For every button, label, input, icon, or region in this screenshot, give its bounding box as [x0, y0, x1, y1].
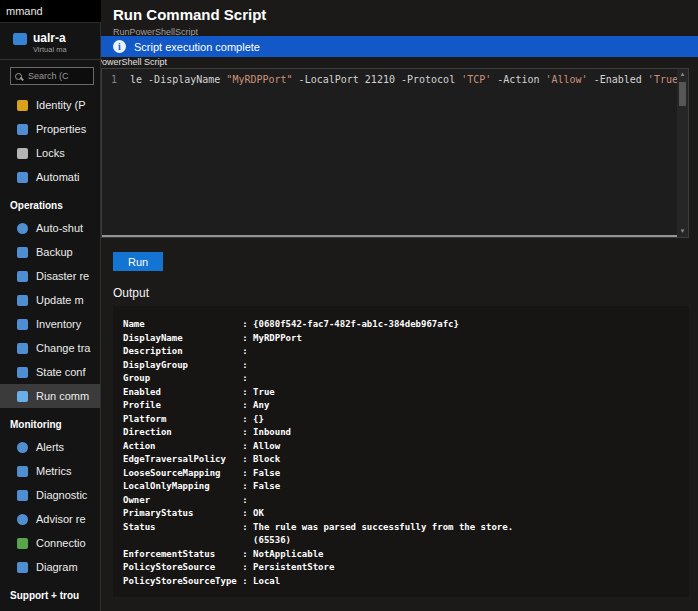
- sidebar-item-label: Inventory: [36, 318, 81, 330]
- sidebar-item-label: Update m: [36, 294, 84, 306]
- output-line: DisplayGroup :: [123, 359, 689, 373]
- sidebar-item-advisor-recommendations[interactable]: Advisor re: [0, 507, 100, 531]
- change-tracking-icon: [17, 343, 28, 354]
- sidebar-item-disaster-recovery[interactable]: Disaster re: [0, 264, 100, 288]
- code-segment: -Protocol: [395, 74, 461, 85]
- output-line: Status : The rule was parsed successfull…: [123, 521, 689, 535]
- backup-icon: [17, 247, 28, 258]
- code-segment: -Action: [491, 74, 545, 85]
- sidebar-item-label: Backup: [36, 246, 73, 258]
- output-line: Name : {0680f542-fac7-482f-ab1c-384deb96…: [123, 318, 689, 332]
- sidebar-item-state-configuration[interactable]: State conf: [0, 360, 100, 384]
- disaster-recovery-icon: [17, 271, 28, 282]
- scrollbar-thumb[interactable]: [679, 82, 686, 106]
- metrics-chart-icon: [17, 466, 28, 477]
- alerts-bell-icon: [17, 442, 28, 453]
- output-text: Name : {0680f542-fac7-482f-ab1c-384deb96…: [113, 306, 689, 588]
- sidebar-item-locks[interactable]: Locks: [0, 141, 100, 165]
- code-segment: 21210: [365, 74, 395, 85]
- info-icon: i: [113, 40, 126, 53]
- sidebar-item-label: Automati: [36, 171, 79, 183]
- scroll-down-icon[interactable]: ▼: [677, 228, 688, 234]
- sidebar-item-label: Disaster re: [36, 270, 89, 282]
- code-segment: -LocalPort: [293, 74, 365, 85]
- sidebar-item-auto-shutdown[interactable]: Auto-shut: [0, 216, 100, 240]
- diagram-icon: [17, 562, 28, 573]
- output-line: DisplayName : MyRDPPort: [123, 332, 689, 346]
- sidebar-item-diagram[interactable]: Diagram: [0, 555, 100, 579]
- status-banner: i Script execution complete: [101, 36, 698, 57]
- section-header: Operations: [0, 189, 100, 216]
- auto-shutdown-icon: [17, 223, 28, 234]
- sidebar-item-diagnostic-settings[interactable]: Diagnostic: [0, 483, 100, 507]
- page-title: Run Command Script: [113, 6, 266, 23]
- vm-name: ualr-a: [33, 31, 67, 45]
- output-line: PolicyStoreSourceType : Local: [123, 575, 689, 589]
- output-heading: Output: [113, 286, 149, 300]
- app-window: mmand ualr-a Virtual ma Identity (PPrope…: [0, 0, 698, 611]
- output-box: Name : {0680f542-fac7-482f-ab1c-384deb96…: [113, 306, 689, 597]
- sidebar-item-label: Alerts: [36, 441, 64, 453]
- sidebar-item-connection-monitor[interactable]: Connectio: [0, 531, 100, 555]
- sidebar-item-inventory[interactable]: Inventory: [0, 312, 100, 336]
- search-input[interactable]: [26, 70, 89, 82]
- run-command-panel: Run Command Script RunPowerShellScript i…: [101, 0, 698, 611]
- vm-header: ualr-a Virtual ma: [0, 23, 100, 59]
- sidebar-item-label: Metrics: [36, 465, 71, 477]
- output-line: Action : Allow: [123, 440, 689, 454]
- output-line: LocalOnlyMapping : False: [123, 480, 689, 494]
- sidebar-item-label: Identity (P: [36, 99, 86, 111]
- virtual-machine-icon: [13, 33, 27, 45]
- sidebar-item-run-command[interactable]: Run comm: [0, 384, 100, 408]
- sidebar-item-identity[interactable]: Identity (P: [0, 93, 100, 117]
- sidebar: ualr-a Virtual ma Identity (PPropertiesL…: [0, 22, 101, 611]
- identity-icon: [17, 100, 28, 111]
- advisor-icon: [17, 514, 28, 525]
- output-line: PolicyStoreSource : PersistentStore: [123, 561, 689, 575]
- editor-vertical-scrollbar[interactable]: ▲ ▼: [677, 69, 688, 237]
- sidebar-item-label: Change tra: [36, 342, 90, 354]
- output-line: PrimaryStatus : OK: [123, 507, 689, 521]
- sidebar-item-label: Advisor re: [36, 513, 86, 525]
- lock-icon: [17, 148, 28, 159]
- diagnostic-settings-icon: [17, 490, 28, 501]
- update-management-icon: [17, 295, 28, 306]
- window-title: mmand: [6, 5, 43, 17]
- inventory-icon: [17, 319, 28, 330]
- vm-meta: ualr-a Virtual ma: [33, 31, 67, 54]
- scroll-up-icon[interactable]: ▲: [677, 71, 688, 77]
- run-button[interactable]: Run: [113, 252, 163, 271]
- properties-icon: [17, 124, 28, 135]
- output-line: EdgeTraversalPolicy : Block: [123, 453, 689, 467]
- sidebar-item-properties[interactable]: Properties: [0, 117, 100, 141]
- script-editor[interactable]: 1le -DisplayName "MyRDPPort" -LocalPort …: [101, 68, 689, 238]
- sidebar-item-update-management[interactable]: Update m: [0, 288, 100, 312]
- code-segment: 'TCP': [461, 74, 491, 85]
- output-line: Group :: [123, 372, 689, 386]
- code-segment: "MyRDPPort": [226, 74, 292, 85]
- output-line: Enabled : True: [123, 386, 689, 400]
- code-segment: -Enabled: [588, 74, 648, 85]
- code-segment: le -DisplayName: [130, 74, 226, 85]
- banner-text: Script execution complete: [134, 41, 260, 53]
- sidebar-item-metrics[interactable]: Metrics: [0, 459, 100, 483]
- output-line: Description :: [123, 345, 689, 359]
- window-titlebar: mmand: [0, 0, 101, 22]
- output-line: Direction : Inbound: [123, 426, 689, 440]
- sidebar-item-change-tracking[interactable]: Change tra: [0, 336, 100, 360]
- editor-horizontal-scrollbar[interactable]: [102, 235, 677, 237]
- sidebar-item-label: Properties: [36, 123, 86, 135]
- search-icon: [15, 73, 22, 80]
- sidebar-item-alerts[interactable]: Alerts: [0, 435, 100, 459]
- vm-type: Virtual ma: [33, 45, 67, 54]
- sidebar-item-backup[interactable]: Backup: [0, 240, 100, 264]
- automation-tasks-icon: [17, 172, 28, 183]
- sidebar-item-label: Run comm: [36, 390, 89, 402]
- sidebar-item-automation[interactable]: Automati: [0, 165, 100, 189]
- sidebar-item-label: Auto-shut: [36, 222, 83, 234]
- output-line: LooseSourceMapping : False: [123, 467, 689, 481]
- sidebar-item-label: Connectio: [36, 537, 86, 549]
- sidebar-item-label: Locks: [36, 147, 65, 159]
- search-box[interactable]: [10, 67, 94, 85]
- section-header: Monitoring: [0, 408, 100, 435]
